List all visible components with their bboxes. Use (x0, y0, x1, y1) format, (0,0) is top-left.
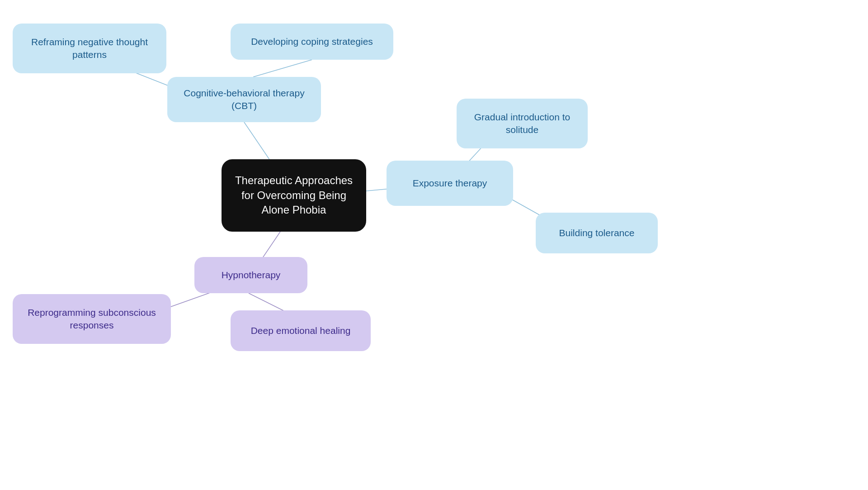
hypno-node: Hypnotherapy (194, 257, 307, 293)
coping-label: Developing coping strategies (251, 35, 373, 48)
connection-lines (0, 0, 868, 490)
gradual-node: Gradual introduction to solitude (457, 99, 588, 148)
reframing-label: Reframing negative thought patterns (25, 36, 154, 62)
building-label: Building tolerance (559, 227, 635, 239)
deep-label: Deep emotional healing (251, 324, 351, 337)
coping-node: Developing coping strategies (231, 24, 393, 60)
deep-node: Deep emotional healing (231, 310, 371, 351)
gradual-label: Gradual introduction to solitude (469, 111, 575, 137)
reframing-node: Reframing negative thought patterns (13, 24, 166, 73)
center-node: Therapeutic Approaches for Overcoming Be… (222, 159, 366, 232)
center-label: Therapeutic Approaches for Overcoming Be… (234, 173, 354, 217)
repro-node: Reprogramming subconscious responses (13, 294, 171, 344)
hypno-label: Hypnotherapy (222, 269, 281, 281)
repro-label: Reprogramming subconscious responses (25, 306, 158, 332)
cbt-label: Cognitive-behavioral therapy (CBT) (180, 87, 308, 113)
exposure-label: Exposure therapy (413, 177, 487, 190)
cbt-node: Cognitive-behavioral therapy (CBT) (167, 77, 321, 122)
exposure-node: Exposure therapy (387, 161, 513, 206)
svg-line-2 (253, 60, 312, 77)
building-node: Building tolerance (536, 213, 658, 253)
